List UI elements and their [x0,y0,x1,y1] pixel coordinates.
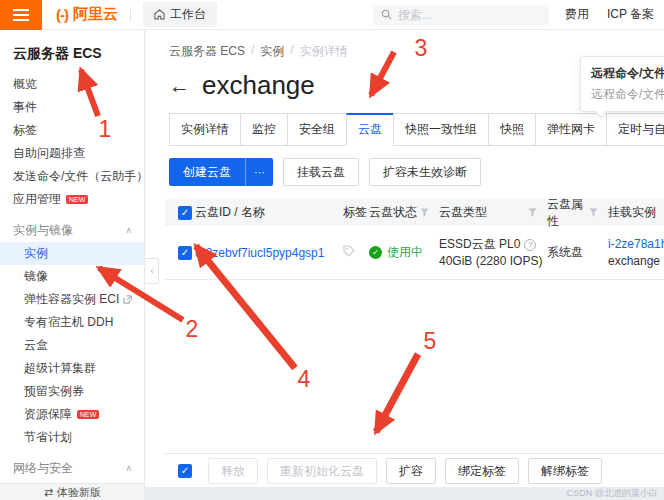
sidebar-item-events[interactable]: 事件 [0,96,144,119]
column-header-disk-id: 云盘ID / 名称 [195,204,343,221]
tab-snapshot[interactable]: 快照 [488,113,536,146]
disk-size-iops: 40GiB (2280 IOPS) [439,254,542,268]
workbench-label: 工作台 [170,6,206,23]
attach-disk-button[interactable]: 挂载云盘 [283,158,359,186]
global-search[interactable] [373,5,549,25]
try-new-version-button[interactable]: ⇄ 体验新版 [0,483,145,500]
sidebar-collapse-handle[interactable]: ‹ [146,258,159,284]
search-input[interactable] [398,8,518,22]
tab-monitoring[interactable]: 监控 [240,113,288,146]
workbench-button[interactable]: 工作台 [143,2,217,27]
tab-security-group[interactable]: 安全组 [287,113,347,146]
tab-eni[interactable]: 弹性网卡 [535,113,607,146]
csdn-watermark: CSDN @北道的菜小白 [567,487,658,500]
back-arrow-icon[interactable]: ← [169,75,190,96]
bottom-strip: CSDN @北道的菜小白 [145,487,664,500]
instance-name: exchange [608,254,660,268]
disk-table-row: ✓ d-2zebvf7iucl5pyp4gsp1 ✓ 使用中 ESSD云盘 PL… [165,226,664,280]
search-icon [381,9,392,20]
sidebar-item-ddh[interactable]: 专有宿主机 DDH [0,311,144,334]
sidebar: 云服务器 ECS 概览 事件 标签 自助问题排查 发送命令/文件（云助手） 应用… [0,30,145,500]
disk-status: 使用中 [387,244,423,261]
external-link-icon [123,295,132,304]
sidebar-section-network-security[interactable]: 网络与安全 ∧ [0,457,144,480]
select-all-checkbox[interactable]: ✓ [178,206,192,220]
column-header-type: 云盘类型 [439,204,487,221]
new-badge: NEW [77,410,99,419]
disk-attribute: 系统盘 [547,244,583,261]
tag-icon[interactable] [343,245,355,257]
icp-link[interactable]: ICP 备案 [607,6,654,23]
create-disk-button-group: 创建云盘 ··· [169,158,273,186]
disk-table-header: ✓ 云盘ID / 名称 标签 云盘状态 云盘类型 云盘属性 [165,199,664,226]
aliyun-ecs-console: (-) 阿里云 工作台 费用 ICP 备案 云服务器 ECS 概览 事件 标签 … [0,0,664,500]
sidebar-item-overview[interactable]: 概览 [0,73,144,96]
instance-id-link[interactable]: i-2ze78a1h7 [608,237,664,251]
sidebar-item-scc[interactable]: 超级计算集群 [0,357,144,380]
swap-icon: ⇄ [44,486,53,499]
topbar-divider [130,7,131,22]
tooltip-description: 远程命令/文件的开 [591,86,664,103]
sidebar-item-app-manage[interactable]: 应用管理 NEW [0,188,144,211]
sidebar-title: 云服务器 ECS [0,30,144,73]
tab-instance-details[interactable]: 实例详情 [169,113,241,146]
column-header-tag: 标签 [343,204,369,221]
reinitialize-disk-button[interactable]: 重新初始化云盘 [267,458,377,484]
bind-tag-button[interactable]: 绑定标签 [445,458,519,484]
new-badge: NEW [66,195,88,204]
breadcrumb-instance-details: 实例详情 [300,43,348,60]
breadcrumb-root[interactable]: 云服务器 ECS [169,43,245,60]
sidebar-item-tags[interactable]: 标签 [0,119,144,142]
resize-button[interactable]: 扩容 [386,458,436,484]
create-disk-button[interactable]: 创建云盘 [169,158,245,186]
sidebar-item-eci[interactable]: 弹性容器实例 ECI [0,288,144,311]
status-running-icon: ✓ [369,246,382,259]
remote-command-tooltip: 远程命令/文件 远程命令/文件的开 [580,56,664,112]
sidebar-item-reserved[interactable]: 预留实例券 [0,380,144,403]
resize-diagnose-button[interactable]: 扩容未生效诊断 [369,158,481,186]
create-disk-more-button[interactable]: ··· [245,158,273,186]
sidebar-item-send-command[interactable]: 发送命令/文件（云助手） [0,165,144,188]
tab-snapshot-consistency-group[interactable]: 快照一致性组 [393,113,489,146]
unbind-tag-button[interactable]: 解绑标签 [528,458,602,484]
sidebar-item-self-check[interactable]: 自助问题排查 [0,142,144,165]
sidebar-item-cloudbox[interactable]: 云盒 [0,334,144,357]
disk-toolbar: 创建云盘 ··· 挂载云盘 扩容未生效诊断 [169,158,664,186]
disk-type: ESSD云盘 PL0 [439,237,520,251]
tooltip-title: 远程命令/文件 [591,65,664,82]
sidebar-item-image[interactable]: 镜像 [0,265,144,288]
home-icon [154,9,165,20]
bottom-action-bar: ✓ 释放 重新初始化云盘 扩容 绑定标签 解绑标签 [165,453,664,487]
disk-table: ✓ 云盘ID / 名称 标签 云盘状态 云盘类型 云盘属性 [165,199,664,280]
filter-funnel-icon[interactable] [420,208,429,217]
disk-id-link[interactable]: d-2zebvf7iucl5pyp4gsp1 [195,246,324,260]
column-header-instance: 挂载实例 [608,204,664,221]
aliyun-logo-icon: (-) [56,6,68,23]
chevron-up-icon: ∧ [125,219,132,242]
bottom-select-checkbox[interactable]: ✓ [178,464,192,478]
filter-funnel-icon[interactable] [528,208,537,217]
breadcrumb-separator: / [251,43,254,60]
filter-funnel-icon[interactable] [589,208,598,217]
sidebar-item-resource-guarantee[interactable]: 资源保障 NEW [0,403,144,426]
release-button[interactable]: 释放 [208,458,258,484]
breadcrumb-instances[interactable]: 实例 [260,43,284,60]
billing-link[interactable]: 费用 [565,6,589,23]
sidebar-item-savings-plan[interactable]: 节省计划 [0,426,144,449]
hamburger-menu-icon[interactable] [0,0,42,30]
breadcrumb-separator: / [290,43,293,60]
chevron-up-icon: ∧ [125,457,132,480]
tab-scheduled-tasks[interactable]: 定时与自动化任务 [606,113,664,146]
row-checkbox[interactable]: ✓ [178,246,192,260]
aliyun-brand-text: 阿里云 [73,5,118,24]
tab-cloud-disk[interactable]: 云盘 [346,113,394,146]
page-title: exchange [202,70,315,101]
top-bar: (-) 阿里云 工作台 费用 ICP 备案 [0,0,664,30]
aliyun-logo[interactable]: (-) 阿里云 [56,5,118,24]
sidebar-item-instance[interactable]: 实例 [0,242,144,265]
sidebar-section-instance-image[interactable]: 实例与镜像 ∧ [0,219,144,242]
column-header-attribute: 云盘属性 [547,196,589,230]
help-question-icon[interactable]: ? [524,239,536,251]
detail-tabs: 实例详情 监控 安全组 云盘 快照一致性组 快照 弹性网卡 定时与自动化任务 [169,113,664,146]
column-header-status: 云盘状态 [369,204,417,221]
